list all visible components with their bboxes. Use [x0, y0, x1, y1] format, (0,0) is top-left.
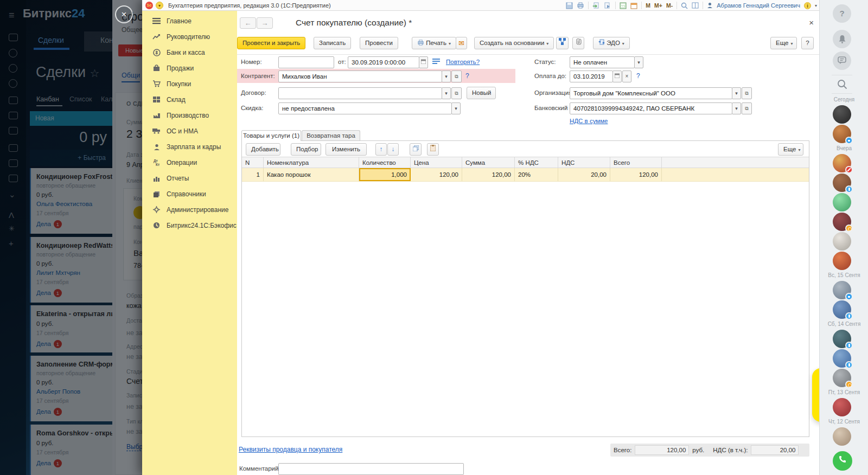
sidebar-item-proizvodstvo[interactable]: Производство — [142, 107, 237, 123]
new-contract-button[interactable]: Новый — [467, 87, 496, 99]
edit-button[interactable]: Изменить — [326, 143, 367, 156]
export-doc-icon[interactable] — [604, 2, 611, 9]
sidebar-item-bank-kassa[interactable]: Банк и касса — [142, 44, 237, 60]
related-documents-button[interactable] — [556, 37, 569, 49]
contragent-help-link[interactable]: ? — [465, 72, 469, 80]
pick-button[interactable]: Подбор — [291, 143, 321, 156]
avatar[interactable] — [833, 193, 851, 211]
edo-button[interactable]: ЭДО▾ — [593, 37, 630, 49]
sidebar-item-otchety[interactable]: Отчеты — [142, 170, 237, 186]
grid-more-button[interactable]: Еще▾ — [778, 143, 803, 156]
post-and-close-button[interactable]: Провести и закрыть — [237, 37, 305, 49]
memory-mminus-icon[interactable]: M- — [666, 2, 673, 9]
sidebar-item-prodazhi[interactable]: Продажи — [142, 60, 237, 76]
vat-in-sum-link[interactable]: НДС в сумме — [570, 118, 608, 124]
import-doc-icon[interactable] — [592, 2, 600, 9]
seller-buyer-details-link[interactable]: Реквизиты продавца и покупателя — [239, 446, 342, 453]
avatar[interactable] — [833, 398, 851, 416]
add-row-button[interactable]: Добавить — [246, 143, 280, 156]
avatar[interactable] — [833, 154, 851, 172]
move-up-button[interactable]: ↑ — [375, 143, 387, 156]
calculator-icon[interactable] — [620, 2, 627, 9]
avatar[interactable] — [833, 330, 851, 348]
titlebar-caret-icon[interactable]: ▾ — [815, 3, 817, 8]
bank-account-select[interactable]: 40702810399994349242, ПАО СБЕРБАНК — [570, 102, 732, 114]
avatar[interactable] — [833, 105, 851, 124]
nav-forward-button[interactable]: → — [257, 17, 273, 29]
avatar[interactable] — [833, 174, 851, 192]
contract-dropdown-button[interactable]: ▾ — [442, 87, 451, 99]
sidebar-item-bitrix-backoffice[interactable]: Битрикс24.1С:Бэкофис — [142, 217, 237, 233]
organization-open-button[interactable]: ⧉ — [742, 87, 752, 99]
pay-until-calendar-button[interactable] — [612, 70, 622, 82]
form-close-icon[interactable]: × — [809, 18, 814, 27]
contragent-open-button[interactable]: ⧉ — [451, 70, 462, 82]
avatar[interactable] — [833, 252, 851, 270]
avatar[interactable] — [833, 213, 851, 231]
sidebar-item-rukovoditelyu[interactable]: Руководителю — [142, 29, 237, 44]
sidebar-item-pokupki[interactable]: Покупки — [142, 76, 237, 92]
search-icon[interactable] — [837, 79, 847, 92]
repeat-link[interactable]: Повторять? — [446, 59, 480, 65]
nav-back-button[interactable]: ← — [240, 17, 256, 29]
contract-open-button[interactable]: ⧉ — [451, 87, 462, 99]
post-button[interactable]: Провести — [360, 37, 398, 49]
sidebar-item-spravochniki[interactable]: Справочники — [142, 186, 237, 202]
send-email-button[interactable]: ✉ — [456, 37, 467, 49]
date-calendar-button[interactable] — [419, 56, 428, 68]
memory-m-icon[interactable]: M — [646, 2, 650, 9]
call-button[interactable] — [833, 451, 852, 471]
tab-returnable-tare[interactable]: Возвратная тара — [302, 130, 360, 141]
print-icon[interactable] — [577, 2, 584, 9]
create-based-on-button[interactable]: Создать на основании▾ — [474, 37, 554, 49]
sidebar-item-administrirovanie[interactable]: Администрирование — [142, 202, 237, 217]
organization-select[interactable]: Торговый дом "Комплексный" ООО — [570, 87, 732, 99]
memory-mplus-icon[interactable]: M+ — [654, 2, 662, 9]
sidebar-item-zarplata[interactable]: Зарплата и кадры — [142, 139, 237, 155]
pay-until-clear-button[interactable]: × — [622, 70, 631, 82]
sidebar-item-os-nma[interactable]: ОС и НМА — [142, 123, 237, 139]
pay-until-help-link[interactable]: ? — [636, 72, 640, 80]
organization-dropdown-button[interactable]: ▾ — [732, 87, 741, 99]
number-input[interactable] — [278, 56, 334, 68]
attachments-button[interactable] — [572, 37, 584, 49]
sidebar-item-operacii[interactable]: ДтКт Операции — [142, 155, 237, 170]
avatar[interactable] — [833, 125, 851, 143]
avatar[interactable] — [833, 300, 851, 319]
print-button[interactable]: Печать▾ — [412, 37, 456, 49]
avatar[interactable] — [833, 369, 851, 387]
history-list-icon[interactable] — [432, 58, 440, 66]
paste-button[interactable] — [427, 143, 439, 156]
1c-menu-caret-icon[interactable]: ▾ — [156, 2, 163, 9]
sidebar-item-sklad[interactable]: Склад — [142, 92, 237, 107]
comment-input[interactable] — [278, 463, 464, 475]
grid-data-row[interactable]: 1 Какао порошок 1,000 120,00 120,00 20% … — [242, 168, 809, 182]
split-window-icon[interactable] — [692, 2, 699, 9]
status-select[interactable]: Не оплачен — [570, 56, 635, 68]
contragent-input[interactable]: Михалков Иван — [278, 70, 442, 82]
avatar[interactable] — [833, 427, 851, 446]
move-down-button[interactable]: ↓ — [387, 143, 399, 156]
notifications-bell-button[interactable] — [833, 30, 851, 48]
panel-close-button[interactable]: × — [115, 5, 133, 23]
date-input[interactable]: 30.09.2019 0:00:00 — [348, 56, 419, 68]
copy-button[interactable] — [410, 143, 422, 156]
calendar-31-icon[interactable] — [630, 2, 637, 9]
discount-select[interactable]: не предоставлена — [278, 102, 452, 114]
contragent-dropdown-button[interactable]: ▾ — [442, 70, 451, 82]
avatar[interactable] — [833, 232, 851, 251]
avatar[interactable] — [833, 349, 851, 368]
discount-dropdown-button[interactable]: ▾ — [451, 102, 461, 114]
sidebar-item-glavnoe[interactable]: Главное — [142, 13, 237, 29]
zoom-icon[interactable] — [681, 2, 688, 9]
pay-until-input[interactable]: 03.10.2019 — [570, 70, 613, 82]
avatar[interactable] — [833, 281, 851, 299]
toolbar-more-button[interactable]: Еще▾ — [770, 37, 797, 49]
contract-input[interactable] — [278, 87, 442, 99]
chat-button[interactable] — [833, 52, 851, 70]
status-dropdown-button[interactable]: ▾ — [634, 56, 643, 68]
bank-open-button[interactable]: ⧉ — [742, 102, 752, 114]
bank-dropdown-button[interactable]: ▾ — [732, 102, 741, 114]
current-user-name[interactable]: Абрамов Геннадий Сергеевич — [717, 2, 800, 9]
help-button[interactable]: ? — [801, 37, 814, 49]
